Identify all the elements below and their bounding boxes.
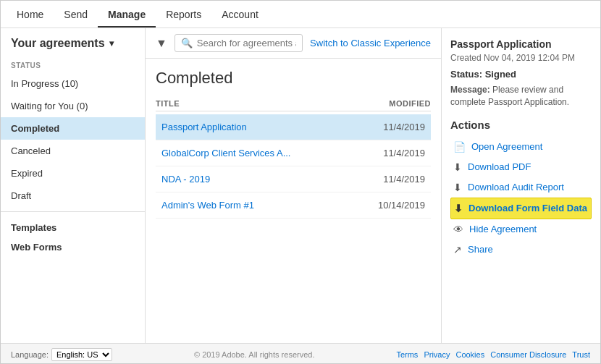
col-modified-header: MODIFIED xyxy=(366,99,431,108)
footer-consumer-disclosure[interactable]: Consumer Disclosure xyxy=(490,350,566,359)
sidebar-divider xyxy=(1,211,145,212)
filter-icon[interactable]: ▼ xyxy=(156,37,167,50)
table-row[interactable]: Admin's Web Form #1 10/14/2019 xyxy=(156,192,431,219)
switch-to-classic-link[interactable]: Switch to Classic Experience xyxy=(310,38,431,48)
status-label: Status: xyxy=(450,69,482,80)
action-open-agreement[interactable]: 📄 Open Agreement xyxy=(450,137,592,157)
sidebar-item-canceled[interactable]: Canceled xyxy=(1,140,145,162)
table-row[interactable]: GlobalCorp Client Services A... 11/4/201… xyxy=(156,140,431,166)
action-label: Open Agreement xyxy=(471,141,542,152)
footer-terms[interactable]: Terms xyxy=(396,350,418,359)
top-bar: ▼ 🔍 Switch to Classic Experience xyxy=(146,28,441,59)
top-nav: Home Send Manage Reports Account xyxy=(1,1,600,28)
sidebar-header-label: Your agreements xyxy=(11,37,105,50)
footer-links: Terms Privacy Cookies Consumer Disclosur… xyxy=(396,350,590,359)
sidebar-scroll: STATUS In Progress (10) Waiting for You … xyxy=(1,56,145,343)
footer-language: Language: English: US xyxy=(11,348,112,361)
nav-send[interactable]: Send xyxy=(54,1,98,27)
footer-privacy[interactable]: Privacy xyxy=(424,350,450,359)
chevron-down-icon: ▾ xyxy=(109,38,114,48)
nav-account[interactable]: Account xyxy=(211,1,269,27)
right-panel-message: Message: Please review and complete Pass… xyxy=(450,84,592,109)
row-modified: 11/4/2019 xyxy=(360,148,425,158)
right-panel-meta: Created Nov 04, 2019 12:04 PM xyxy=(450,53,592,63)
right-panel: Passport Application Created Nov 04, 201… xyxy=(441,28,600,343)
download-icon: ⬇ xyxy=(453,161,462,173)
message-label: Message: xyxy=(450,85,490,95)
row-title: NDA - 2019 xyxy=(161,174,360,185)
eye-icon: 👁 xyxy=(453,224,463,235)
footer-copyright: © 2019 Adobe. All rights reserved. xyxy=(119,350,389,359)
sidebar-item-completed[interactable]: Completed xyxy=(1,117,145,140)
section-title: Completed xyxy=(156,69,431,88)
download-form-icon: ⬇ xyxy=(454,203,463,214)
sidebar-item-draft[interactable]: Draft xyxy=(1,185,145,207)
footer-cookies[interactable]: Cookies xyxy=(455,350,484,359)
right-panel-status: Status: Signed xyxy=(450,69,592,80)
sidebar-webforms[interactable]: Web Forms xyxy=(1,236,145,255)
search-input[interactable] xyxy=(197,38,296,48)
nav-reports[interactable]: Reports xyxy=(156,1,211,27)
nav-manage[interactable]: Manage xyxy=(98,1,156,27)
action-download-form-field[interactable]: ⬇ Download Form Field Data xyxy=(450,198,592,219)
sidebar-templates[interactable]: Templates xyxy=(1,216,145,236)
action-label: Download Form Field Data xyxy=(468,203,587,213)
right-panel-title: Passport Application xyxy=(450,38,592,50)
row-modified: 11/4/2019 xyxy=(360,174,425,185)
action-label: Share xyxy=(468,244,493,255)
action-label: Hide Agreement xyxy=(469,224,537,234)
search-icon: 🔍 xyxy=(181,38,193,48)
footer: Language: English: US © 2019 Adobe. All … xyxy=(1,343,600,364)
table-header: TITLE MODIFIED xyxy=(156,96,431,111)
nav-bar: Home Send Manage Reports Account xyxy=(7,1,269,27)
sidebar-item-in-progress[interactable]: In Progress (10) xyxy=(1,72,145,95)
search-box: 🔍 xyxy=(175,34,303,52)
col-title-header: TITLE xyxy=(156,99,366,108)
row-title: Passport Application xyxy=(161,122,360,132)
action-hide-agreement[interactable]: 👁 Hide Agreement xyxy=(450,219,592,240)
action-download-pdf[interactable]: ⬇ Download PDF xyxy=(450,157,592,177)
center-content: ▼ 🔍 Switch to Classic Experience Complet… xyxy=(146,28,441,343)
sidebar-item-waiting[interactable]: Waiting for You (0) xyxy=(1,95,145,117)
share-icon: ↗ xyxy=(453,244,462,255)
download-icon: ⬇ xyxy=(453,182,462,193)
status-value: Signed xyxy=(485,69,516,80)
action-label: Download Audit Report xyxy=(468,182,564,192)
center-main: Completed TITLE MODIFIED Passport Applic… xyxy=(146,59,441,343)
language-label: Language: xyxy=(11,350,49,359)
sidebar-header[interactable]: Your agreements ▾ xyxy=(1,28,145,56)
action-label: Download PDF xyxy=(468,161,531,172)
row-modified: 11/4/2019 xyxy=(360,122,425,132)
actions-title: Actions xyxy=(450,119,592,131)
row-title: Admin's Web Form #1 xyxy=(161,200,360,211)
table-row[interactable]: Passport Application 11/4/2019 xyxy=(156,114,431,140)
sidebar-item-expired[interactable]: Expired xyxy=(1,162,145,185)
action-share[interactable]: ↗ Share xyxy=(450,240,592,260)
row-title: GlobalCorp Client Services A... xyxy=(161,148,360,158)
table-row[interactable]: NDA - 2019 11/4/2019 xyxy=(156,166,431,192)
language-select[interactable]: English: US xyxy=(51,348,112,361)
action-download-audit[interactable]: ⬇ Download Audit Report xyxy=(450,177,592,198)
sidebar-status-label: STATUS xyxy=(1,56,145,72)
nav-home[interactable]: Home xyxy=(7,1,54,27)
footer-trust[interactable]: Trust xyxy=(572,350,590,359)
sidebar: Your agreements ▾ STATUS In Progress (10… xyxy=(1,28,146,343)
row-modified: 10/14/2019 xyxy=(360,200,425,211)
document-icon: 📄 xyxy=(453,141,466,153)
